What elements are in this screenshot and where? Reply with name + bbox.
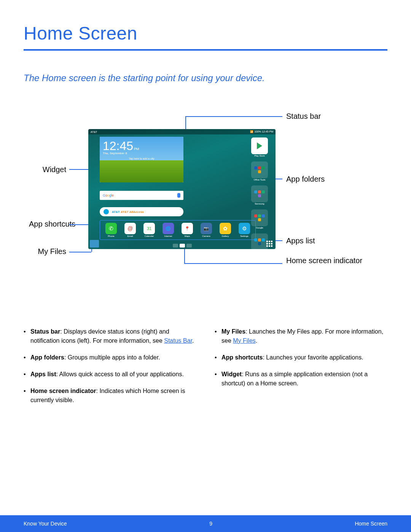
footer-right: Home Screen [355,521,387,527]
link-status-bar[interactable]: Status Bar [164,337,192,344]
clock-pm: PM [134,147,139,151]
page-title: Home Screen [24,23,387,51]
page-footer: Know Your Device 9 Home Screen [0,515,411,532]
diagram: Status bar App folders Apps list Home sc… [24,114,387,304]
callout-status-bar: Status bar [286,112,321,121]
clock-tap: Tap here to add a city [103,157,180,160]
tablet-mockup: AT&T 📶 100% 12:45 PM 12:45PM Thu, Septem… [88,129,276,249]
apps-list-icon [266,241,273,248]
callout-widget: Widget [40,165,66,174]
callout-app-folders: App folders [286,175,325,184]
app-shortcuts-dock: ✆Phone@Email31Calendar🌐Internet📍Maps📷Cam… [100,220,256,240]
statusbar-right: 📶 100% 12:45 PM [250,130,273,133]
statusbar-left: AT&T [91,131,97,133]
bullets-left: Status bar: Displays device status icons… [24,327,196,412]
clock-time: 12:45 [103,139,133,153]
callout-app-shortcuts: App shortcuts [29,219,66,229]
link-my-files[interactable]: My Files [233,337,256,344]
callout-home-indicator: Home screen indicator [286,256,362,265]
bullet-columns: Status bar: Displays device status icons… [24,327,387,412]
callout-my-files: My Files [35,247,66,256]
status-bar: AT&T 📶 100% 12:45 PM [88,129,276,134]
clock-date: Thu, September 8 [103,152,180,155]
home-indicator [173,244,192,248]
widget-clock: 12:45PM Thu, September 8 Tap here to add… [100,137,183,182]
page-subtitle: The Home screen is the starting point fo… [24,73,387,83]
callout-apps-list: Apps list [286,236,315,245]
google-search: Google [100,191,183,200]
footer-center: 9 [209,521,212,527]
att-widget: AT&T AT&T AllAccess [100,207,183,216]
footer-left: Know Your Device [24,521,67,527]
bullets-right: My Files: Launches the My Files app. For… [215,327,387,412]
mic-icon [177,193,180,198]
myfiles-icon [90,240,99,248]
